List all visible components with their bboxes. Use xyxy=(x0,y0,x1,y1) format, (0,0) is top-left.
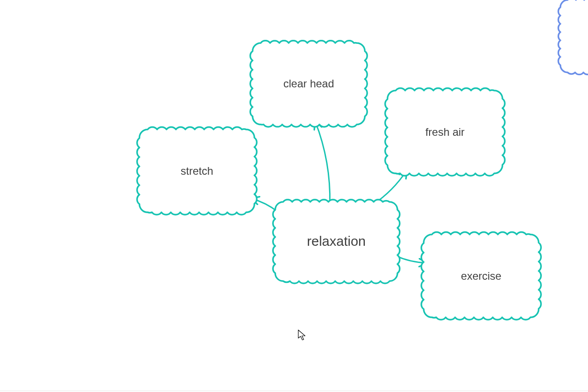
node-label: relaxation xyxy=(307,234,366,249)
node-label: exercise xyxy=(461,270,501,282)
node-label: fresh air xyxy=(425,126,465,138)
node-exercise[interactable]: exercise xyxy=(421,232,541,320)
footer-divider xyxy=(0,391,588,391)
node-label: stretch xyxy=(181,165,213,177)
edge-relaxation-to-clear-head[interactable] xyxy=(316,122,330,205)
diagram-canvas[interactable]: relaxationclear headstretchfresh airexer… xyxy=(0,0,588,392)
node-label: clear head xyxy=(283,77,334,90)
cloud-shape[interactable] xyxy=(558,0,588,75)
node-relaxation[interactable]: relaxation xyxy=(273,200,400,283)
node-clear-head[interactable]: clear head xyxy=(250,41,367,127)
node-fresh-air[interactable]: fresh air xyxy=(385,88,505,176)
node-stretch[interactable]: stretch xyxy=(137,127,257,215)
node-offscreen[interactable] xyxy=(558,0,588,75)
